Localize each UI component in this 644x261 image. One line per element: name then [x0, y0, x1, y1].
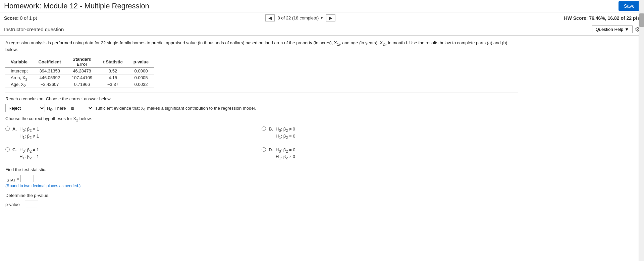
hypothesis-B-label-area: B.	[269, 126, 273, 133]
save-button[interactable]: Save	[619, 1, 640, 11]
hypothesis-D-content: H0: β2 = 0 H1: β2 ≠ 0	[276, 147, 295, 161]
hypothesis-C-content: H0: β2 ≠ 1 H1: β2 = 1	[19, 147, 39, 161]
cell-tstat: −3.37	[98, 81, 128, 88]
hypothesis-D-h0: H0: β2 = 0	[276, 147, 295, 154]
table-row: Age, X2 −2.42607 0.71966 −3.37 0.0032	[5, 81, 154, 88]
cell-stderr: 0.71966	[66, 81, 98, 88]
hw-score: HW Score: 76.46%, 16.82 of 22 pts	[564, 15, 640, 21]
cell-coeff: 446.05992	[33, 74, 66, 81]
question-help-arrow: ▼	[625, 27, 629, 32]
nav-prev-button[interactable]: ◀	[265, 14, 275, 21]
evidence-select[interactable]: is is not	[68, 104, 93, 112]
cell-stderr: 107.44109	[66, 74, 98, 81]
scrollbar[interactable]	[639, 0, 644, 212]
cell-pval: 0.0005	[128, 74, 154, 81]
hypothesis-C-h0: H0: β2 ≠ 1	[19, 147, 39, 154]
question-help-label: Question Help	[596, 27, 623, 32]
hypothesis-A-h1: H1: β2 ≠ 1	[19, 133, 39, 140]
hypothesis-radio-D[interactable]	[262, 147, 266, 152]
conclusion-rest-text: sufficient evidence that X1 makes a sign…	[95, 106, 256, 111]
hypothesis-option-C: C. H0: β2 ≠ 1 H1: β2 = 1	[5, 147, 262, 161]
question-help-area: Question Help ▼ ⚙	[592, 25, 640, 33]
hypotheses-grid: A. H0: β2 = 1 H1: β2 ≠ 1 B. H0: β2 ≠ 0 H…	[5, 126, 518, 160]
nav-center: ◀ 8 of 22 (18 complete) ▼ ▶	[265, 14, 335, 21]
hypothesis-D-label: D.	[269, 147, 273, 154]
hypothesis-B-h1: H1: β2 = 0	[276, 133, 295, 140]
cell-stderr: 46.28478	[66, 68, 98, 74]
hypothesis-D-h1: H1: β2 ≠ 0	[276, 153, 295, 160]
section-divider	[5, 93, 518, 93]
cell-pval: 0.0032	[128, 81, 154, 88]
table-row: Intercept 394.31353 46.28478 8.52 0.0000	[5, 68, 154, 74]
hypothesis-C-label-area: C.	[12, 147, 17, 154]
score-bar: Score: 0 of 1 pt ◀ 8 of 22 (18 complete)…	[0, 12, 644, 23]
hypothesis-C-label: C.	[12, 147, 17, 154]
statistic-row: tSTAT =	[5, 175, 518, 182]
cell-variable: Intercept	[5, 68, 33, 74]
scrollbar-thumb	[639, 13, 644, 27]
hypothesis-B-content: H0: β2 ≠ 0 H1: β2 = 0	[276, 126, 295, 140]
col-pvalue: p-value	[128, 56, 154, 68]
round-note: (Round to two decimal places as needed.)	[5, 184, 518, 188]
nav-label: 8 of 22 (18 complete) ▼	[277, 15, 323, 20]
find-test-statistic-text: Find the test statistic.	[5, 167, 518, 172]
hypothesis-B-h0: H0: β2 ≠ 0	[276, 126, 295, 133]
score-label: Score:	[4, 15, 19, 21]
choose-hypotheses-text: Choose the correct hypotheses for X2 bel…	[5, 116, 518, 121]
hypothesis-B-label: B.	[269, 126, 273, 133]
pvalue-input[interactable]	[25, 201, 38, 208]
hypothesis-C-h1: H1: β2 = 1	[19, 153, 39, 160]
cell-variable: Age, X2	[5, 81, 33, 88]
hypothesis-option-A: A. H0: β2 = 1 H1: β2 ≠ 1	[5, 126, 262, 140]
col-coefficient: Coefficient	[33, 56, 66, 68]
hypothesis-A-h0: H0: β2 = 1	[19, 126, 39, 133]
problem-description: A regression analysis is performed using…	[5, 40, 518, 53]
cell-tstat: 8.52	[98, 68, 128, 74]
nav-next-button[interactable]: ▶	[326, 14, 335, 21]
hw-score-value: 76.46%, 16.82 of 22 pts	[589, 15, 640, 21]
nav-dropdown-arrow: ▼	[320, 16, 323, 20]
hypothesis-A-content: H0: β2 = 1 H1: β2 ≠ 1	[19, 126, 39, 140]
col-variable: Variable	[5, 56, 33, 68]
header-bar: Homework: Module 12 - Multiple Regressio…	[0, 0, 644, 12]
pvalue-row: p-value =	[5, 201, 518, 208]
hypothesis-A-label: A.	[12, 126, 17, 133]
question-help-button[interactable]: Question Help ▼	[592, 25, 633, 33]
hypothesis-option-D: D. H0: β2 = 0 H1: β2 ≠ 0	[262, 147, 518, 161]
h0-label: H0. There	[47, 106, 66, 111]
hypothesis-option-B: B. H0: β2 ≠ 0 H1: β2 = 0	[262, 126, 518, 140]
conclusion-row: Reject Do not reject H0. There is is not…	[5, 104, 518, 112]
content-area: A regression analysis is performed using…	[0, 36, 523, 212]
hypothesis-radio-A[interactable]	[5, 126, 10, 131]
hypothesis-D-label-area: D.	[269, 147, 273, 154]
hypothesis-radio-C[interactable]	[5, 147, 10, 152]
reject-select[interactable]: Reject Do not reject	[5, 104, 45, 112]
cell-variable: Area, X1	[5, 74, 33, 81]
cell-coeff: 394.31353	[33, 68, 66, 74]
hypothesis-lines-A: A.	[12, 126, 17, 133]
hw-score-label: HW Score:	[564, 15, 588, 21]
cell-pval: 0.0000	[128, 68, 154, 74]
col-std-error: StandardError	[66, 56, 98, 68]
col-t-stat: t Statistic	[98, 56, 128, 68]
page-title: Homework: Module 12 - Multiple Regressio…	[4, 2, 149, 10]
cell-tstat: 4.15	[98, 74, 128, 81]
pvalue-prefix: p-value =	[5, 202, 23, 207]
nav-text: 8 of 22 (18 complete)	[277, 15, 319, 20]
determine-pvalue-text: Determine the p-value.	[5, 193, 518, 198]
score-value: 0 of 1 pt	[20, 15, 37, 21]
cell-coeff: −2.42607	[33, 81, 66, 88]
question-type-label: Instructor-created question	[4, 27, 64, 32]
t-stat-input[interactable]	[20, 175, 34, 182]
regression-table: Variable Coefficient StandardError t Sta…	[5, 56, 154, 88]
hypothesis-radio-B[interactable]	[262, 126, 266, 131]
reach-conclusion-text: Reach a conclusion. Choose the correct a…	[5, 96, 518, 101]
question-type-bar: Instructor-created question Question Hel…	[0, 23, 644, 36]
table-row: Area, X1 446.05992 107.44109 4.15 0.0005	[5, 74, 154, 81]
t-stat-label: tSTAT =	[5, 176, 19, 181]
score-left: Score: 0 of 1 pt	[4, 15, 37, 21]
